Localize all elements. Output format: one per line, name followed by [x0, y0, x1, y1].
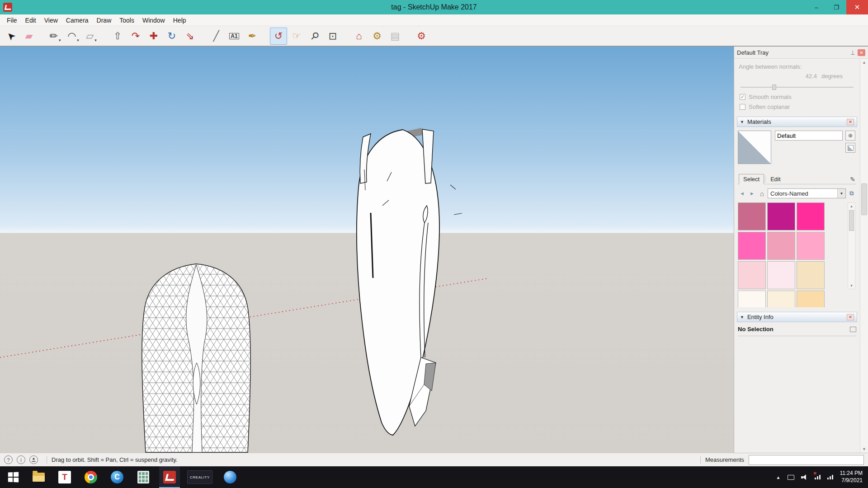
hidden-icons-arrow[interactable]: ▲ [776, 475, 781, 480]
color-swatch[interactable] [738, 261, 766, 289]
scroll-up-icon[interactable]: ▲ [850, 203, 854, 209]
material-preview[interactable] [738, 131, 771, 164]
wireframe-model[interactable] [142, 264, 250, 452]
color-swatch[interactable] [797, 232, 825, 260]
measurements-input[interactable] [749, 455, 864, 465]
secondary-pane-icon[interactable]: ⧉ [847, 189, 856, 198]
menu-draw[interactable]: Draw [93, 14, 116, 26]
network-error-tray-icon[interactable] [815, 475, 821, 479]
menu-edit[interactable]: Edit [21, 14, 40, 26]
extension-warehouse-button[interactable]: ⚙ [368, 28, 386, 45]
collections-dropdown[interactable]: Colors-Named ▼ [768, 188, 846, 198]
taskbar-app-creality[interactable]: CREALITY [185, 466, 214, 488]
smooth-model[interactable] [357, 128, 462, 435]
entity-details-icon[interactable] [850, 327, 856, 332]
move-tool[interactable]: ✚ [145, 28, 162, 45]
smooth-normals-checkbox[interactable]: ✓ [740, 94, 745, 100]
tray-scrollbar[interactable]: ▲ ▼ [860, 59, 868, 453]
tray-close-icon[interactable]: ✕ [858, 49, 865, 56]
menu-camera[interactable]: Camera [62, 14, 93, 26]
zoom-tool[interactable]: ⚲ [306, 28, 323, 45]
orbit-tool[interactable]: ↺ [270, 28, 287, 45]
paint-bucket-tool[interactable]: ✒ [244, 28, 261, 45]
minimize-button[interactable]: – [807, 0, 826, 14]
color-swatch[interactable] [797, 291, 825, 307]
taskbar-app-file-explorer[interactable] [28, 466, 49, 488]
3d-viewport[interactable] [0, 47, 734, 453]
taskbar-app-t[interactable]: T [54, 466, 75, 488]
entity-info-close-icon[interactable]: ✕ [847, 314, 854, 320]
scroll-track[interactable] [848, 209, 855, 282]
start-button[interactable] [0, 466, 26, 488]
color-swatch[interactable] [797, 261, 825, 289]
scroll-down-icon[interactable]: ▼ [862, 446, 866, 453]
sign-in-avatar-icon[interactable] [29, 455, 38, 464]
in-model-home-icon[interactable]: ⌂ [758, 189, 766, 198]
push-pull-tool[interactable]: ⇧ [109, 28, 126, 45]
auto-hide-pin-icon[interactable]: ⊤ [850, 49, 855, 56]
materials-close-icon[interactable]: ✕ [847, 119, 854, 125]
color-swatch[interactable] [738, 202, 766, 230]
taskbar-app-cura[interactable]: C [107, 466, 127, 488]
color-swatch[interactable] [767, 232, 795, 260]
color-swatch[interactable] [767, 261, 795, 289]
dropdown-arrow-icon[interactable]: ▼ [837, 189, 845, 198]
scroll-down-icon[interactable]: ▼ [850, 282, 854, 289]
scroll-thumb[interactable] [849, 210, 854, 231]
taskbar-app-chrome[interactable] [80, 466, 101, 488]
color-swatch[interactable] [767, 291, 795, 307]
materials-section-header[interactable]: ▼ Materials ✕ [737, 117, 857, 127]
taskbar-app-sketchup[interactable] [159, 466, 180, 488]
follow-me-tool[interactable]: ↷ [127, 28, 144, 45]
color-swatch[interactable] [767, 202, 795, 230]
swatch-scrollbar[interactable]: ▲ ▼ [848, 202, 855, 289]
menu-window[interactable]: Window [138, 14, 169, 26]
menu-help[interactable]: Help [169, 14, 190, 26]
scroll-up-icon[interactable]: ▲ [862, 59, 866, 66]
angle-slider[interactable] [741, 84, 854, 90]
line-dropdown-arrow[interactable]: ▾ [59, 38, 61, 44]
sketchup-logo-icon[interactable] [3, 3, 12, 12]
taskbar-app-slicer[interactable] [220, 466, 241, 488]
tape-measure-tool[interactable]: ╱ [208, 28, 225, 45]
entity-info-section-header[interactable]: ▼ Entity Info ✕ [737, 312, 857, 322]
rotate-tool[interactable]: ↻ [163, 28, 180, 45]
default-material-button[interactable] [845, 143, 855, 153]
collapse-triangle-icon[interactable]: ▼ [740, 315, 744, 319]
maximize-button[interactable]: ❐ [826, 0, 846, 14]
arc-tool[interactable]: ◠▾ [65, 28, 82, 45]
eraser-tool[interactable]: ▰ [20, 28, 38, 45]
select-tool[interactable]: ➤ [2, 28, 19, 45]
forward-arrow-icon[interactable]: ► [748, 189, 756, 198]
3d-warehouse-button[interactable]: ⌂ [350, 28, 368, 45]
viewport-canvas[interactable] [0, 47, 734, 453]
line-tool[interactable]: ✏▾ [47, 28, 64, 45]
get-extensions-button[interactable]: ⚙ [413, 28, 430, 45]
sample-paint-icon[interactable]: ✎ [850, 176, 855, 184]
text-tool[interactable]: A1 [226, 28, 243, 45]
volume-tray-icon[interactable] [801, 474, 808, 480]
scale-tool[interactable]: ⇘ [181, 28, 198, 45]
zoom-extents-tool[interactable]: ⊡ [324, 28, 341, 45]
taskbar-clock[interactable]: 11:24 PM 7/9/2021 [840, 470, 863, 484]
info-icon[interactable]: i [17, 455, 25, 464]
color-swatch[interactable] [738, 291, 766, 307]
scroll-track[interactable] [860, 66, 868, 446]
arc-dropdown-arrow[interactable]: ▾ [77, 38, 79, 44]
taskbar-app-calculator[interactable] [133, 466, 154, 488]
close-button[interactable]: ✕ [846, 0, 868, 14]
color-swatch[interactable] [738, 232, 766, 260]
menu-file[interactable]: File [3, 14, 21, 26]
signal-tray-icon[interactable] [827, 475, 833, 479]
shapes-dropdown-arrow[interactable]: ▾ [94, 38, 97, 44]
display-tray-icon[interactable] [788, 475, 794, 480]
geolocation-icon[interactable]: ? [4, 455, 13, 464]
menu-view[interactable]: View [40, 14, 62, 26]
pan-tool[interactable]: ☞ [288, 28, 305, 45]
color-swatch[interactable] [797, 202, 825, 230]
menu-tools[interactable]: Tools [115, 14, 138, 26]
slider-thumb[interactable] [772, 84, 776, 90]
tab-edit[interactable]: Edit [766, 174, 784, 184]
soften-coplanar-checkbox[interactable] [740, 104, 745, 110]
tab-select[interactable]: Select [739, 174, 764, 184]
